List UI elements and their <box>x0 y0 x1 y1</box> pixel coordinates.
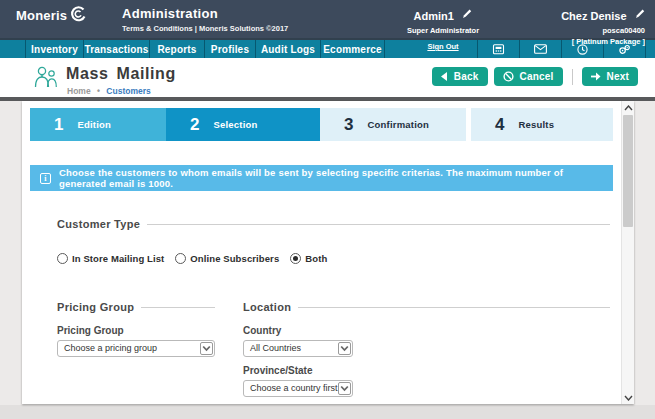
page-title: Mass Mailing <box>66 65 176 83</box>
main-nav: Inventory Transactions Reports Profiles … <box>0 38 655 58</box>
country-select[interactable]: All Countries <box>243 340 353 357</box>
customer-type-title: Customer Type <box>57 218 140 230</box>
pricing-group-label: Pricing Group <box>57 325 215 336</box>
radio-circle[interactable] <box>57 253 68 264</box>
customer-type-section: Customer Type In Store Mailing List Onli… <box>57 218 610 264</box>
step-selection[interactable]: 2 Selection <box>166 108 320 141</box>
nav-item-transactions[interactable]: Transactions <box>83 40 149 58</box>
chevron-down-icon[interactable] <box>338 382 351 395</box>
breadcrumb-home[interactable]: Home <box>67 86 91 96</box>
chevron-down-icon[interactable] <box>338 342 351 355</box>
radio-online-subscribers[interactable]: Online Subscribers <box>175 253 279 264</box>
selection-form: Customer Type In Store Mailing List Onli… <box>30 218 613 397</box>
mail-icon[interactable] <box>519 40 561 58</box>
pricing-group-select[interactable]: Choose a pricing group <box>57 340 215 357</box>
info-icon: i <box>40 173 51 184</box>
app-subtitle: Terms & Conditions | Moneris Solutions ©… <box>122 24 288 33</box>
card-body: 1 Edition 2 Selection 3 Confirmation 4 R… <box>30 108 613 404</box>
merchant-package: [ Platinum Package ] <box>561 37 645 46</box>
page-header: Mass Mailing Home • Customers Back Cance… <box>0 58 655 97</box>
back-button[interactable]: Back <box>432 67 488 86</box>
admin-user-block: Admin1 Super Administrator Sign Out <box>368 5 518 53</box>
location-section: Location Country All Countries Province/… <box>243 301 610 397</box>
chevron-down-icon[interactable] <box>200 342 213 355</box>
back-arrow-icon <box>441 72 448 81</box>
radio-in-store-mailing-list[interactable]: In Store Mailing List <box>57 253 164 264</box>
step-edition[interactable]: 1 Edition <box>30 108 166 141</box>
nav-tail <box>645 40 655 58</box>
next-arrow-icon <box>591 72 601 81</box>
scrollbar-thumb[interactable] <box>623 115 633 227</box>
scroll-down-arrow[interactable] <box>622 391 635 404</box>
customer-type-options: In Store Mailing List Online Subscribers… <box>57 253 610 264</box>
pricing-group-section: Pricing Group Pricing Group Choose a pri… <box>57 301 215 397</box>
brand-name: Moneris <box>16 8 67 23</box>
pricing-group-title: Pricing Group <box>57 301 134 313</box>
content-area: 1 Edition 2 Selection 3 Confirmation 4 R… <box>0 101 655 405</box>
radio-circle-selected[interactable] <box>290 253 301 264</box>
admin-username: Admin1 <box>414 10 454 22</box>
breadcrumb-separator: • <box>97 86 100 96</box>
merchant-name: Chez Denise <box>561 10 626 22</box>
edit-admin-icon[interactable] <box>462 5 472 23</box>
scroll-up-arrow[interactable] <box>622 101 635 114</box>
section-divider <box>141 307 215 308</box>
top-header: Moneris Administration Terms & Condition… <box>0 0 655 38</box>
wizard-card: 1 Edition 2 Selection 3 Confirmation 4 R… <box>22 101 634 404</box>
actions-divider <box>572 69 573 85</box>
info-banner-text: Choose the customers to whom emails will… <box>59 167 603 189</box>
nav-item-audit-logs[interactable]: Audit Logs <box>255 40 320 58</box>
nav-item-reports[interactable]: Reports <box>149 40 204 58</box>
nav-spacer <box>0 40 25 58</box>
page-footer <box>0 405 655 419</box>
nav-item-inventory[interactable]: Inventory <box>25 40 83 58</box>
admin-role: Super Administrator <box>368 26 518 35</box>
cancel-icon <box>503 71 514 82</box>
radio-circle[interactable] <box>175 253 186 264</box>
location-title: Location <box>243 301 291 313</box>
section-divider <box>147 224 610 225</box>
section-divider <box>298 307 610 308</box>
nav-item-profiles[interactable]: Profiles <box>204 40 255 58</box>
province-select[interactable]: Choose a country first <box>243 380 353 397</box>
country-label: Country <box>243 325 610 336</box>
next-button[interactable]: Next <box>582 67 638 86</box>
mass-mailing-people-icon <box>32 65 60 89</box>
merchant-block: Chez Denise posca00400 [ Platinum Packag… <box>561 5 645 46</box>
vertical-scrollbar[interactable] <box>621 101 634 404</box>
radio-both[interactable]: Both <box>290 253 327 264</box>
info-banner: i Choose the customers to whom emails wi… <box>30 165 613 191</box>
step-results[interactable]: 4 Results <box>471 108 613 141</box>
wizard-steps: 1 Edition 2 Selection 3 Confirmation 4 R… <box>30 108 613 141</box>
admin-screen: Moneris Administration Terms & Condition… <box>0 0 655 419</box>
cancel-button[interactable]: Cancel <box>494 67 563 86</box>
merchant-id: posca00400 <box>561 26 645 35</box>
breadcrumb: Home • Customers <box>67 86 151 96</box>
edit-merchant-icon[interactable] <box>635 5 645 23</box>
app-title-block: Administration Terms & Conditions | Mone… <box>122 6 288 33</box>
moneris-swirl-icon <box>69 5 87 23</box>
step-confirmation[interactable]: 3 Confirmation <box>320 108 466 141</box>
app-title: Administration <box>122 6 288 21</box>
wizard-actions: Back Cancel Next <box>432 67 638 86</box>
province-label: Province/State <box>243 365 610 376</box>
moneris-logo: Moneris <box>16 8 87 23</box>
breadcrumb-current[interactable]: Customers <box>106 86 150 96</box>
sign-out-link[interactable]: Sign Out <box>427 42 458 51</box>
